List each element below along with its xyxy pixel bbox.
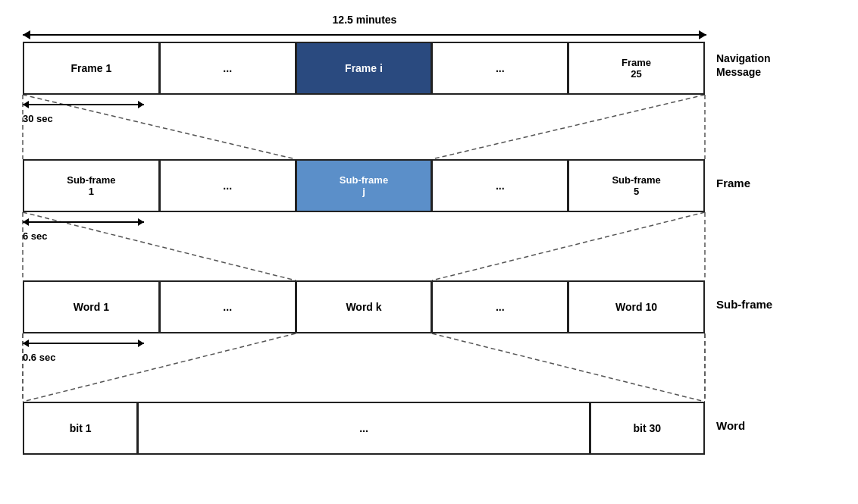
arrow-left-head bbox=[23, 30, 30, 39]
cell-dots1: ... bbox=[159, 42, 296, 95]
frame-arrow-label: 6 sec bbox=[23, 230, 144, 242]
cell-framei: Frame i bbox=[296, 42, 432, 95]
cell-dots5: ... bbox=[159, 280, 296, 333]
cell-frame25: Frame25 bbox=[568, 42, 705, 95]
top-arrow-label: 12.5 minutes bbox=[333, 14, 397, 26]
top-arrow-line bbox=[23, 29, 706, 41]
nav-arrow-label: 30 sec bbox=[23, 113, 144, 124]
subframe-arrow: 0.6 sec bbox=[23, 337, 144, 363]
cell-word1: Word 1 bbox=[23, 280, 159, 333]
cell-dots7: ... bbox=[137, 402, 589, 455]
cell-wordk: Word k bbox=[296, 280, 432, 333]
word-row: bit 1 ... bit 30 bbox=[23, 402, 705, 455]
frame-label: Frame bbox=[716, 177, 750, 189]
subframe-row: Word 1 ... Word k ... Word 10 bbox=[23, 280, 705, 333]
diagram: 12.5 minutes Frame 1 ... Frame i .. bbox=[0, 0, 858, 504]
top-arrow-container: 12.5 minutes bbox=[23, 14, 706, 41]
cell-bit30: bit 30 bbox=[590, 402, 705, 455]
cell-subframe1: Sub-frame1 bbox=[23, 159, 159, 212]
frame-row: Sub-frame1 ... Sub-framej ... Sub-frame5 bbox=[23, 159, 705, 212]
nav-message-row: Frame 1 ... Frame i ... Frame25 bbox=[23, 42, 705, 95]
cell-subframe5: Sub-frame5 bbox=[568, 159, 705, 212]
word-label: Word bbox=[716, 419, 745, 432]
cell-frame1: Frame 1 bbox=[23, 42, 159, 95]
nav-message-label: NavigationMessage bbox=[716, 52, 771, 79]
nav-arrow: 30 sec bbox=[23, 99, 144, 124]
cell-dots2: ... bbox=[431, 42, 568, 95]
cell-dots3: ... bbox=[159, 159, 296, 212]
cell-subframej: Sub-framej bbox=[296, 159, 432, 212]
subframe-label: Sub-frame bbox=[716, 298, 772, 311]
cell-dots6: ... bbox=[431, 280, 568, 333]
svg-line-13 bbox=[432, 333, 705, 402]
subframe-arrow-label: 0.6 sec bbox=[23, 352, 144, 363]
cell-dots4: ... bbox=[431, 159, 568, 212]
cell-bit1: bit 1 bbox=[23, 402, 137, 455]
cell-word10: Word 10 bbox=[568, 280, 705, 333]
svg-line-7 bbox=[432, 212, 705, 280]
svg-line-3 bbox=[432, 95, 705, 159]
frame-arrow: 6 sec bbox=[23, 216, 144, 242]
